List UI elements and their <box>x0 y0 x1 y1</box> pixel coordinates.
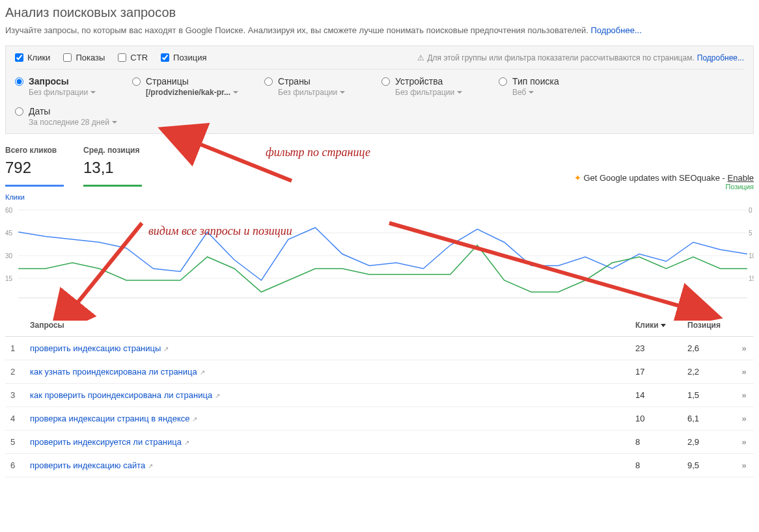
search-type-sub[interactable]: Веб <box>512 88 559 97</box>
notice-link[interactable]: Подробнее... <box>697 53 744 62</box>
filter-queries[interactable]: Запросы Без фильтрации <box>15 76 106 97</box>
filter-countries[interactable]: Страны Без фильтрации <box>264 76 355 97</box>
filter-pages[interactable]: Страницы [/prodvizhenie/kak-pr... <box>132 76 238 97</box>
row-position: 9,5 <box>682 454 734 477</box>
row-position: 6,1 <box>682 407 734 431</box>
filter-devices[interactable]: Устройства Без фильтрации <box>381 76 473 97</box>
external-link-icon[interactable]: ↗ <box>184 439 189 446</box>
learn-more-link[interactable]: Подробнее... <box>591 25 642 35</box>
row-position: 2,9 <box>682 431 734 454</box>
row-index: 2 <box>5 360 25 384</box>
stat-position-underline <box>83 185 142 187</box>
sort-desc-icon <box>661 324 666 327</box>
row-position: 1,5 <box>682 384 734 407</box>
row-more-icon[interactable]: » <box>734 431 754 454</box>
row-clicks: 8 <box>630 454 682 477</box>
metric-impressions[interactable]: Показы <box>63 53 105 62</box>
row-query: проверить индексируется ли страница↗ <box>25 431 630 454</box>
row-more-icon[interactable]: » <box>734 454 754 477</box>
row-query: проверить индексацию сайта↗ <box>25 454 630 477</box>
external-link-icon[interactable]: ↗ <box>200 369 205 376</box>
row-index: 5 <box>5 431 25 454</box>
ctr-label: CTR <box>130 53 148 62</box>
query-link[interactable]: проверить индексацию страницы <box>30 343 161 353</box>
external-link-icon[interactable]: ↗ <box>192 416 197 423</box>
axis-left-label: Клики <box>5 193 25 201</box>
filter-dates[interactable]: Даты За последние 28 дней <box>15 106 744 127</box>
dates-radio[interactable] <box>15 107 23 116</box>
svg-text:5: 5 <box>749 230 752 237</box>
countries-label: Страны <box>278 76 345 86</box>
impressions-checkbox[interactable] <box>63 53 72 62</box>
filter-panel: Клики Показы CTR Позиция ⚠ Для этой груп… <box>5 46 754 134</box>
query-link[interactable]: проверить индексацию сайта <box>30 460 145 470</box>
devices-sub[interactable]: Без фильтрации <box>395 88 462 97</box>
row-query: проверить индексацию страницы↗ <box>25 337 630 360</box>
queries-sub[interactable]: Без фильтрации <box>29 88 96 97</box>
filter-search-type[interactable]: Тип поиска Веб <box>499 76 590 97</box>
external-link-icon[interactable]: ↗ <box>148 462 153 470</box>
row-more-icon[interactable]: » <box>734 384 754 407</box>
col-position[interactable]: Позиция <box>682 314 734 337</box>
queries-label: Запросы <box>29 76 96 86</box>
seoquake-banner: ✦ Get Google updates with SEOquake - Ena… <box>574 173 754 191</box>
stat-clicks-underline <box>5 185 64 187</box>
query-link[interactable]: как узнать проиндексирована ли страница <box>30 367 197 377</box>
stat-position-label: Сред. позиция <box>83 146 142 155</box>
row-index: 1 <box>5 337 25 360</box>
row-clicks: 14 <box>630 384 682 407</box>
pages-sub[interactable]: [/prodvizhenie/kak-pr... <box>146 88 238 97</box>
metric-ctr[interactable]: CTR <box>118 53 148 62</box>
table-row: 1 проверить индексацию страницы↗ 23 2,6 … <box>5 337 754 360</box>
ctr-checkbox[interactable] <box>118 53 126 62</box>
filters-row: Запросы Без фильтрации Страницы [/prodvi… <box>15 76 744 127</box>
metrics-row: Клики Показы CTR Позиция ⚠ Для этой груп… <box>15 53 744 70</box>
search-type-label: Тип поиска <box>512 76 559 86</box>
row-position: 2,6 <box>682 337 734 360</box>
stat-position-value: 13,1 <box>83 159 142 177</box>
dates-label: Даты <box>29 106 117 116</box>
chart-svg: 60 45 30 15 0 5 10 15 <box>5 204 754 301</box>
query-link[interactable]: проверка индексации страниц в яндексе <box>30 414 189 423</box>
row-clicks: 23 <box>630 337 682 360</box>
countries-sub[interactable]: Без фильтрации <box>278 88 345 97</box>
row-more-icon[interactable]: » <box>734 337 754 360</box>
line-clicks <box>18 228 747 280</box>
svg-text:15: 15 <box>749 275 754 282</box>
search-type-radio[interactable] <box>499 77 507 86</box>
svg-text:30: 30 <box>5 252 13 259</box>
external-link-icon[interactable]: ↗ <box>163 345 169 352</box>
pages-radio[interactable] <box>132 77 141 86</box>
col-clicks[interactable]: Клики <box>630 314 682 337</box>
position-checkbox[interactable] <box>161 53 169 62</box>
chevron-down-icon <box>457 91 462 94</box>
page-description: Изучайте запросы, по которым вас находят… <box>5 25 754 35</box>
pages-label: Страницы <box>146 76 238 86</box>
query-link[interactable]: проверить индексируется ли страница <box>30 437 182 447</box>
seoquake-sub: Позиция <box>574 183 754 191</box>
chevron-down-icon <box>233 91 238 94</box>
stat-clicks-label: Всего кликов <box>5 146 64 155</box>
svg-text:45: 45 <box>5 230 13 237</box>
table-row: 4 проверка индексации страниц в яндексе↗… <box>5 407 754 431</box>
row-clicks: 10 <box>630 407 682 431</box>
row-query: проверка индексации страниц в яндексе↗ <box>25 407 630 431</box>
row-index: 6 <box>5 454 25 477</box>
external-link-icon[interactable]: ↗ <box>215 392 220 399</box>
clicks-checkbox[interactable] <box>15 53 23 62</box>
devices-radio[interactable] <box>381 77 390 86</box>
countries-radio[interactable] <box>264 77 273 86</box>
row-more-icon[interactable]: » <box>734 407 754 431</box>
col-query[interactable]: Запросы <box>25 314 630 337</box>
metric-clicks[interactable]: Клики <box>15 53 50 62</box>
queries-radio[interactable] <box>15 77 23 86</box>
row-clicks: 17 <box>630 360 682 384</box>
svg-text:15: 15 <box>5 275 13 282</box>
metric-position[interactable]: Позиция <box>161 53 206 62</box>
query-link[interactable]: как проверить проиндексирована ли страни… <box>30 390 212 400</box>
row-index: 4 <box>5 407 25 431</box>
seoquake-enable-link[interactable]: Enable <box>728 173 754 183</box>
row-more-icon[interactable]: » <box>734 360 754 384</box>
svg-text:60: 60 <box>5 207 13 214</box>
dates-sub[interactable]: За последние 28 дней <box>29 118 117 127</box>
